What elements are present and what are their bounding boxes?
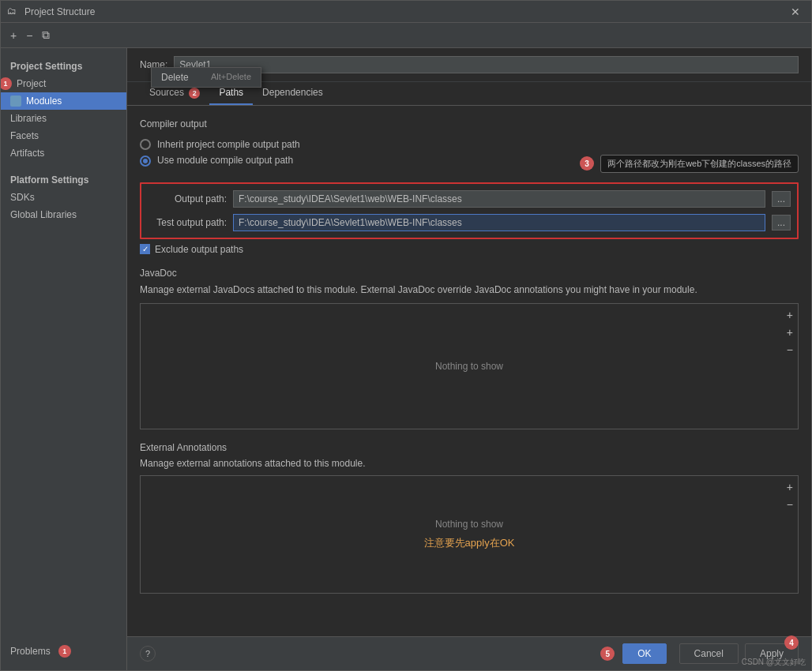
javadoc-panel: Nothing to show + + −	[140, 303, 799, 429]
test-output-path-row: Test output path: ...	[148, 214, 791, 231]
toolbar: + − ⧉ Delete Alt+Delete	[1, 23, 811, 48]
sidebar-modules-label: Modules	[26, 96, 62, 107]
use-module-radio-row[interactable]: Use module compile output path 3 两个路径都改为…	[140, 155, 799, 173]
output-path-browse[interactable]: ...	[772, 191, 791, 207]
ext-add-btn[interactable]: +	[785, 479, 795, 495]
problems-badge: 1	[58, 645, 71, 658]
ext-annotations-actions: + −	[785, 479, 795, 512]
remove-button[interactable]: −	[23, 28, 36, 43]
name-input[interactable]	[174, 56, 799, 73]
platform-settings-title: Platform Settings	[1, 168, 126, 189]
paths-panel: Compiler output Inherit project compile …	[127, 106, 811, 636]
sources-badge: 2	[189, 88, 200, 99]
delete-shortcut: Alt+Delete	[211, 72, 251, 83]
delete-label: Delete	[161, 72, 189, 83]
step4-badge: 4	[784, 635, 799, 650]
test-output-path-browse[interactable]: ...	[772, 215, 791, 231]
sidebar-item-sdks[interactable]: SDKs	[1, 189, 126, 206]
paths-box: Output path: ... Test output path: ...	[140, 182, 799, 239]
sidebar-project-label: Project	[17, 78, 46, 89]
add-button[interactable]: +	[7, 28, 20, 43]
help-button[interactable]: ?	[140, 646, 156, 662]
modules-icon	[10, 96, 21, 107]
cancel-button[interactable]: Cancel	[679, 643, 739, 664]
javadoc-desc: Manage external JavaDocs attached to thi…	[140, 283, 799, 297]
problems-label: Problems	[10, 646, 51, 657]
sidebar-item-modules[interactable]: Modules	[1, 92, 126, 110]
inherit-radio-label: Inherit project compile output path	[157, 139, 300, 150]
javadoc-title: JavaDoc	[140, 268, 799, 279]
sidebar-libraries-label: Libraries	[10, 113, 47, 124]
javadoc-actions: + + −	[785, 307, 795, 358]
ext-annotations-title: External Annotations	[140, 442, 799, 453]
ext-annotations-desc: Manage external annotations attached to …	[140, 458, 799, 469]
bottom-bar: ? 5 OK Cancel 4 Apply	[127, 636, 811, 670]
exclude-output-label: Exclude output paths	[155, 244, 243, 255]
sidebar-item-libraries[interactable]: Libraries	[1, 110, 126, 127]
exclude-output-checkbox[interactable]: ✓	[140, 244, 150, 254]
use-module-radio-label: Use module compile output path	[157, 155, 293, 166]
javadoc-remove-btn[interactable]: −	[785, 342, 795, 358]
test-output-path-input[interactable]	[233, 214, 765, 231]
tab-dependencies-label: Dependencies	[262, 87, 323, 98]
javadoc-section: JavaDoc Manage external JavaDocs attache…	[140, 268, 799, 429]
sidebar-item-problems[interactable]: Problems 1	[1, 642, 126, 661]
tab-sources-label: Sources	[149, 87, 184, 98]
test-output-path-label: Test output path:	[148, 217, 227, 228]
inherit-radio[interactable]	[140, 139, 151, 150]
ok-button[interactable]: OK	[622, 643, 666, 664]
ext-annotations-panel: Nothing to show 注意要先apply在OK + −	[140, 475, 799, 594]
javadoc-add-btn[interactable]: +	[785, 307, 795, 323]
sidebar-facets-label: Facets	[10, 130, 39, 141]
app-icon: 🗂	[7, 6, 20, 18]
content-area: Name: Sources 2 Paths Dependencies	[127, 48, 811, 670]
delete-menu-item[interactable]: Delete Alt+Delete	[152, 68, 261, 87]
step3-annotation-text: 两个路径都改为刚在web下创建的classes的路径	[607, 158, 791, 170]
context-menu: Delete Alt+Delete	[151, 67, 261, 88]
sidebar-artifacts-label: Artifacts	[10, 148, 44, 159]
ext-annotations-section: External Annotations Manage external ann…	[140, 442, 799, 594]
sidebar-global-libraries-label: Global Libraries	[10, 209, 77, 220]
inherit-radio-row[interactable]: Inherit project compile output path	[140, 139, 799, 150]
step3-badge: 3	[580, 156, 594, 171]
javadoc-add2-btn[interactable]: +	[785, 324, 795, 340]
title-text: Project Structure	[24, 6, 786, 17]
output-path-row: Output path: ...	[148, 190, 791, 208]
project-settings-title: Project Settings	[1, 54, 126, 75]
output-path-label: Output path:	[148, 193, 227, 204]
copy-button[interactable]: ⧉	[39, 27, 53, 43]
step1-badge: 1	[1, 77, 12, 90]
title-bar: 🗂 Project Structure ✕	[1, 1, 811, 23]
exclude-output-row: ✓ Exclude output paths	[140, 244, 799, 255]
step3-annotation: 两个路径都改为刚在web下创建的classes的路径	[600, 155, 799, 173]
watermark: CSDN @文文好吃	[742, 657, 806, 668]
step5-badge: 5	[600, 647, 615, 661]
sidebar-item-artifacts[interactable]: Artifacts	[1, 144, 126, 162]
javadoc-empty-label: Nothing to show	[435, 361, 503, 372]
output-path-input[interactable]	[233, 190, 765, 208]
tab-paths-label: Paths	[219, 87, 243, 98]
sidebar-item-facets[interactable]: Facets	[1, 127, 126, 144]
ext-empty-label: Nothing to show	[435, 519, 503, 530]
radio-group: Inherit project compile output path Use …	[140, 139, 799, 173]
apply-ok-reminder: 注意要先apply在OK	[424, 536, 515, 550]
main-content: Project Settings 1 Project Modules Libra…	[1, 48, 811, 670]
sidebar-item-project[interactable]: 1 Project	[1, 75, 126, 92]
project-structure-window: 🗂 Project Structure ✕ + − ⧉ Delete Alt+D…	[0, 0, 812, 671]
sidebar: Project Settings 1 Project Modules Libra…	[1, 48, 127, 670]
ext-remove-btn[interactable]: −	[785, 497, 795, 512]
bottom-left: ?	[140, 646, 156, 662]
sidebar-item-global-libraries[interactable]: Global Libraries	[1, 206, 126, 223]
sidebar-sdks-label: SDKs	[10, 192, 35, 203]
tab-dependencies[interactable]: Dependencies	[253, 82, 333, 105]
use-module-radio[interactable]	[140, 156, 151, 167]
compiler-output-title: Compiler output	[140, 118, 799, 129]
close-button[interactable]: ✕	[786, 4, 805, 20]
